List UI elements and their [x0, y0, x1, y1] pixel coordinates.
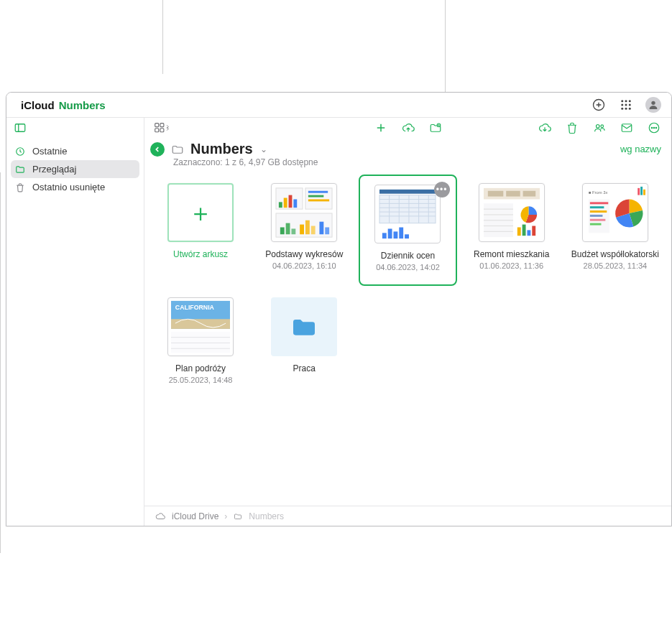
chevron-down-icon[interactable]: ⌄ — [259, 144, 267, 154]
svg-rect-37 — [292, 228, 296, 234]
file-thumb — [271, 183, 337, 242]
titlebar: iCloud Numbers — [6, 93, 671, 118]
svg-point-7 — [621, 108, 623, 110]
cloud-icon — [155, 511, 166, 521]
svg-point-9 — [629, 108, 631, 110]
brand-app: Numbers — [59, 99, 106, 111]
svg-rect-57 — [394, 231, 398, 238]
brand-icloud: iCloud — [21, 99, 55, 111]
file-title: Podstawy wykresów — [265, 249, 343, 260]
file-title: Plan podróży — [169, 363, 233, 374]
account-avatar-icon[interactable] — [645, 97, 661, 113]
svg-rect-90 — [171, 332, 230, 353]
new-icon[interactable] — [374, 121, 388, 135]
svg-rect-61 — [488, 191, 503, 197]
svg-rect-74 — [532, 226, 535, 236]
svg-rect-80 — [590, 202, 608, 204]
svg-point-1 — [621, 100, 623, 102]
location-path: Numbers ⌄ — [150, 141, 267, 157]
file-date: 01.06.2023, 11:36 — [474, 261, 549, 271]
svg-rect-56 — [388, 228, 392, 238]
breadcrumb-item-current: Numbers — [249, 511, 284, 521]
file-thumb — [479, 183, 545, 242]
svg-rect-78 — [643, 190, 645, 195]
svg-rect-20 — [622, 124, 632, 132]
create-sheet-cell[interactable]: ＋ Utwórz arkusz — [152, 175, 249, 286]
svg-point-10 — [651, 101, 655, 105]
svg-point-2 — [625, 100, 627, 102]
toolbar — [144, 118, 671, 138]
folder-icon — [15, 164, 27, 175]
svg-rect-11 — [15, 124, 25, 132]
file-cell[interactable]: ■ From 3x — [566, 175, 664, 286]
svg-rect-14 — [160, 124, 164, 127]
svg-rect-81 — [590, 206, 604, 208]
svg-rect-15 — [155, 129, 159, 132]
new-folder-icon[interactable] — [428, 121, 443, 135]
svg-rect-84 — [590, 219, 605, 221]
view-switch-icon[interactable] — [155, 121, 169, 135]
share-people-icon[interactable] — [592, 121, 607, 135]
svg-rect-63 — [523, 191, 535, 197]
file-title: Dziennik ocen — [376, 251, 440, 261]
file-cell[interactable]: Remont mieszkania 01.06.2023, 11:36 — [463, 175, 561, 286]
file-cell[interactable]: Podstawy wykresów 04.06.2023, 16:10 — [255, 175, 353, 286]
upload-cloud-icon[interactable] — [401, 121, 415, 135]
svg-rect-38 — [300, 225, 304, 235]
sidebar-item-recent[interactable]: Ostatnie — [11, 142, 139, 160]
svg-point-23 — [653, 127, 655, 129]
file-title: Remont mieszkania — [474, 249, 549, 260]
callout-line — [0, 172, 1, 553]
file-thumb: ■ From 3x — [582, 183, 648, 242]
folder-icon — [170, 143, 185, 156]
brand: iCloud Numbers — [17, 99, 106, 111]
svg-rect-83 — [590, 215, 603, 217]
clock-icon — [15, 147, 27, 157]
breadcrumb: iCloud Drive › Numbers — [144, 506, 671, 526]
sidebar-item-trash[interactable]: Ostatnio usunięte — [11, 178, 139, 196]
sidebar-toggle[interactable] — [6, 118, 144, 138]
svg-rect-42 — [326, 227, 330, 234]
download-cloud-icon[interactable] — [538, 121, 552, 135]
more-icon[interactable] — [647, 121, 661, 135]
svg-rect-28 — [289, 195, 293, 208]
svg-rect-71 — [517, 227, 520, 236]
svg-rect-40 — [311, 226, 316, 235]
create-sheet-thumb: ＋ — [167, 183, 234, 242]
app-frame: iCloud Numbers — [0, 0, 672, 627]
file-grid: ＋ Utwórz arkusz — [144, 175, 671, 506]
sidebar-item-label: Przeglądaj — [32, 164, 135, 175]
window: iCloud Numbers — [6, 92, 672, 526]
add-circle-icon[interactable] — [591, 97, 607, 113]
svg-point-24 — [655, 127, 657, 129]
svg-rect-76 — [638, 188, 640, 195]
delete-icon[interactable] — [565, 121, 579, 135]
folder-icon — [287, 312, 321, 341]
folder-thumb — [271, 297, 337, 356]
sidebar-item-browse[interactable]: Przeglądaj — [11, 160, 139, 178]
trash-icon — [15, 182, 27, 192]
file-date: 28.05.2023, 11:34 — [571, 261, 659, 271]
svg-rect-13 — [155, 124, 159, 127]
back-button[interactable] — [150, 142, 165, 157]
svg-rect-43 — [379, 190, 436, 194]
svg-rect-55 — [382, 233, 387, 238]
file-cell-selected[interactable]: ••• — [359, 175, 456, 286]
svg-rect-41 — [320, 222, 324, 235]
title-actions — [591, 97, 661, 113]
breadcrumb-item[interactable]: iCloud Drive — [172, 511, 218, 521]
mail-icon[interactable] — [620, 121, 634, 135]
svg-point-5 — [625, 104, 627, 106]
svg-rect-27 — [284, 198, 287, 208]
svg-point-19 — [601, 125, 604, 128]
file-cell[interactable]: CALIFORNIA Plan podróży 25.05.2023, 14:4… — [152, 289, 249, 397]
app-grid-icon[interactable] — [618, 97, 634, 113]
item-more-button[interactable]: ••• — [434, 182, 450, 198]
file-thumb — [374, 185, 441, 243]
sort-button[interactable]: wg nazwy — [620, 144, 661, 154]
sidebar-item-label: Ostatnie — [32, 146, 135, 157]
folder-cell[interactable]: Praca — [255, 289, 353, 397]
svg-rect-73 — [527, 230, 530, 236]
svg-rect-33 — [308, 199, 329, 201]
svg-point-3 — [629, 100, 631, 102]
